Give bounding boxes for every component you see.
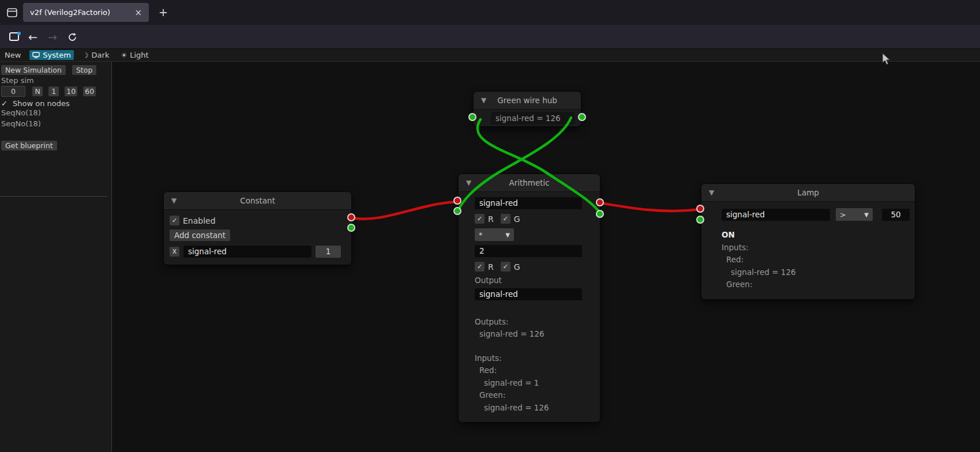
lamp-signal-input[interactable]: signal-red	[722, 209, 830, 221]
tab-close-icon[interactable]: ×	[133, 7, 143, 18]
node-green-wire-hub[interactable]: ▼ Green wire hub signal-red = 126	[473, 91, 581, 127]
browser-tab[interactable]: v2f (Verilog2Factorio) ×	[23, 3, 149, 22]
monitor-icon	[32, 52, 40, 58]
node-arithmetic[interactable]: ▼ Arithmetic signal-red ✓ R ✓ G * ▼ 2 ✓ …	[458, 174, 600, 423]
constant-green-output-port[interactable]	[347, 224, 355, 232]
constant-signal-input[interactable]: signal-red	[183, 246, 311, 258]
inputs-label: Inputs:	[475, 352, 592, 365]
constant-value-input[interactable]: 1	[316, 246, 341, 258]
sidebar-divider	[0, 196, 107, 197]
red-inputs-label: Red:	[475, 364, 592, 377]
red-inputs-label: Red:	[722, 254, 915, 266]
step-60-button[interactable]: 60	[83, 86, 96, 96]
enabled-checkbox[interactable]: ✓	[170, 216, 179, 225]
add-constant-button[interactable]: Add constant	[170, 229, 230, 241]
chevron-down-icon: ▼	[505, 232, 510, 238]
browser-tab-bar: v2f (Verilog2Factorio) × +	[0, 0, 980, 25]
seqno-item-2[interactable]: SeqNo(18)	[1, 119, 41, 128]
firefox-view-icon[interactable]	[6, 6, 18, 19]
chevron-down-icon: ▼	[864, 212, 869, 218]
lamp-green-input-port[interactable]	[696, 216, 704, 224]
browser-nav-bar: ← → benjaminc.dev/v2f/	[0, 25, 980, 49]
outputs-label: Outputs:	[475, 316, 592, 329]
step-count-input[interactable]: 0	[1, 86, 25, 97]
sun-icon: ☀	[121, 51, 127, 59]
collapse-icon[interactable]: ▼	[709, 189, 714, 197]
comparator-dropdown[interactable]: > ▼	[836, 208, 873, 221]
node-title: Green wire hub	[486, 96, 568, 105]
hub-right-green-port[interactable]	[578, 113, 586, 121]
green-inputs-label: Green:	[475, 389, 592, 402]
lamp-threshold-input[interactable]: 50	[882, 209, 910, 221]
node-header[interactable]: ▼ Lamp	[701, 184, 915, 202]
green-inputs-value: signal-red = 126	[475, 402, 592, 415]
moon-icon: ☽	[82, 51, 89, 59]
arithmetic-left-red-port[interactable]	[453, 197, 461, 205]
inputs-label: Inputs:	[722, 242, 915, 254]
collapse-icon[interactable]: ▼	[171, 197, 177, 205]
step-sim-label: Step sim	[1, 76, 34, 85]
enabled-row: ✓ Enabled	[170, 216, 351, 225]
arithmetic-output-signal[interactable]: signal-red	[475, 288, 582, 300]
theme-light-button[interactable]: ☀ Light	[118, 50, 151, 60]
node-header[interactable]: ▼ Arithmetic	[459, 174, 600, 192]
reload-button[interactable]	[65, 25, 80, 49]
constant-red-output-port[interactable]	[347, 213, 355, 221]
collapse-icon[interactable]: ▼	[481, 96, 486, 104]
input-red-checkbox[interactable]: ✓	[475, 214, 485, 224]
arithmetic-input-signal[interactable]: signal-red	[475, 197, 582, 209]
green-inputs-label: Green:	[722, 278, 915, 291]
simulation-sidebar: New Simulation Stop Step sim 0 N 1 10 60…	[0, 62, 111, 452]
new-tab-button[interactable]: +	[156, 5, 171, 20]
node-title: Lamp	[714, 188, 902, 197]
remove-constant-button[interactable]: X	[170, 247, 179, 257]
arithmetic-right-green-port[interactable]	[596, 210, 604, 218]
arithmetic-right-red-port[interactable]	[596, 198, 604, 206]
node-header[interactable]: ▼ Constant	[164, 192, 351, 210]
output-red-checkbox[interactable]: ✓	[475, 262, 485, 272]
red-inputs-value: signal-red = 1	[475, 377, 592, 390]
get-blueprint-button[interactable]: Get blueprint	[1, 141, 57, 150]
node-header[interactable]: ▼ Green wire hub	[474, 92, 581, 110]
node-constant[interactable]: ▼ Constant ✓ Enabled Add constant X sign…	[163, 191, 352, 265]
operand-input[interactable]: 2	[475, 245, 582, 257]
step-n-button[interactable]: N	[32, 86, 43, 96]
check-icon: ✓	[1, 99, 7, 108]
sidebar-toggle-icon[interactable]	[7, 25, 23, 49]
outputs-value: signal-red = 126	[475, 328, 592, 341]
node-title: Arithmetic	[471, 178, 587, 187]
lamp-state: ON	[722, 229, 915, 242]
step-1-button[interactable]: 1	[48, 86, 59, 96]
input-green-checkbox[interactable]: ✓	[501, 214, 510, 224]
back-button[interactable]: ←	[25, 25, 40, 49]
red-inputs-value: signal-red = 126	[722, 266, 915, 279]
mouse-cursor	[880, 52, 893, 66]
lamp-red-input-port[interactable]	[696, 205, 704, 213]
new-button[interactable]: New	[2, 50, 24, 60]
hub-left-green-port[interactable]	[468, 113, 476, 121]
node-lamp[interactable]: ▼ Lamp signal-red > ▼ 50 ON Inputs: Red:…	[701, 183, 915, 300]
new-simulation-button[interactable]: New Simulation	[1, 65, 66, 75]
app-toolbar: New System ☽ Dark ☀ Light	[0, 49, 980, 62]
stop-button[interactable]: Stop	[72, 65, 96, 75]
tab-title: v2f (Verilog2Factorio)	[30, 8, 133, 17]
arithmetic-left-green-port[interactable]	[453, 207, 461, 215]
collapse-icon[interactable]: ▼	[466, 179, 471, 187]
operator-dropdown[interactable]: * ▼	[475, 228, 514, 241]
browser-window: { "browser": { "tab_title": "v2f (Verilo…	[0, 0, 980, 452]
node-title: Constant	[177, 196, 339, 205]
theme-system-button[interactable]: System	[29, 50, 73, 60]
theme-dark-button[interactable]: ☽ Dark	[80, 50, 112, 60]
seqno-item-1[interactable]: SeqNo(18)	[1, 108, 41, 117]
step-10-button[interactable]: 10	[65, 86, 77, 96]
output-label: Output	[475, 274, 592, 287]
show-on-nodes-checkbox[interactable]: ✓ Show on nodes	[1, 97, 70, 108]
forward-button[interactable]: →	[45, 25, 60, 49]
output-green-checkbox[interactable]: ✓	[501, 262, 510, 272]
hub-value: signal-red = 126	[491, 112, 575, 125]
